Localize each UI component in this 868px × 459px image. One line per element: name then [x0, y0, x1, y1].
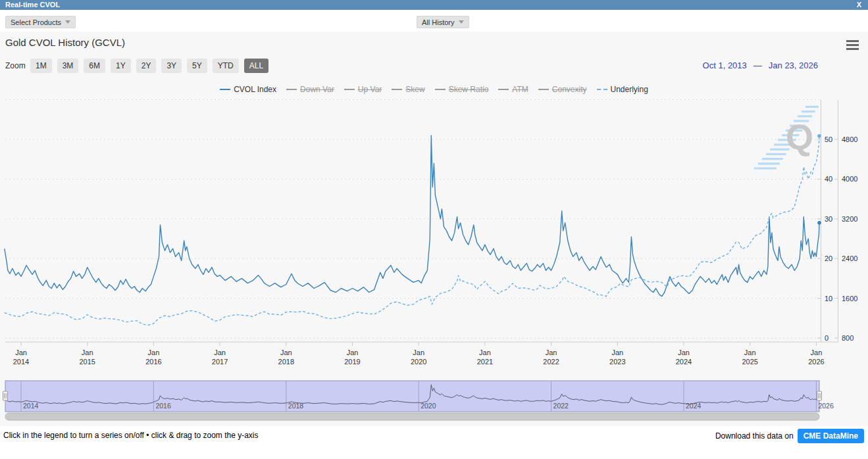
zoom-button-6m[interactable]: 6M: [84, 59, 105, 73]
zoom-button-all[interactable]: ALL: [244, 59, 268, 73]
legend-item-skew-ratio[interactable]: Skew Ratio: [435, 85, 489, 94]
cme-datamine-button[interactable]: CME DataMine: [798, 429, 864, 443]
legend-item-convexity[interactable]: Convexity: [538, 85, 587, 94]
range-selector: Zoom 1M3M6M1Y2Y3Y5YYTDALL Oct 1, 2013 — …: [0, 58, 868, 74]
legend-item-cvol-index[interactable]: CVOL Index: [220, 85, 276, 94]
navigator-left-handle[interactable]: [3, 391, 8, 400]
date-range: Oct 1, 2013 — Jan 23, 2026: [703, 60, 818, 70]
download-text: Download this data on: [715, 431, 794, 441]
toolbar: Select Products All History: [0, 10, 868, 32]
legend-item-label: ATM: [512, 85, 528, 94]
footer: Click in the legend to turn a series on/…: [0, 426, 868, 459]
zoom-button-1y[interactable]: 1Y: [111, 59, 131, 73]
zoom-button-3m[interactable]: 3M: [57, 59, 79, 73]
history-label: All History: [422, 18, 455, 26]
legend-marker: [286, 89, 297, 90]
close-icon[interactable]: X: [857, 1, 861, 9]
legend-item-label: Convexity: [552, 85, 587, 94]
zoom-button-ytd[interactable]: YTD: [213, 59, 239, 73]
legend-hint-text: Click in the legend to turn a series on/…: [3, 431, 259, 440]
legend-item-label: Skew Ratio: [449, 85, 489, 94]
legend-marker: [597, 89, 607, 90]
download-section: Download this data on CME DataMine: [715, 429, 864, 443]
legend-item-underlying[interactable]: Underlying: [597, 85, 648, 94]
legend-marker: [435, 89, 446, 90]
legend: CVOL IndexDown VarUp VarSkewSkew RatioAT…: [0, 83, 868, 96]
chevron-down-icon: [65, 20, 70, 24]
zoom-button-5y[interactable]: 5Y: [187, 59, 207, 73]
window-title: Real-time CVOL: [5, 1, 60, 9]
legend-item-label: Up Var: [358, 85, 382, 94]
chart-area: Gold CVOL History (GCVL) Zoom 1M3M6M1Y2Y…: [0, 32, 868, 426]
legend-marker: [498, 89, 509, 90]
hamburger-menu-icon[interactable]: [846, 40, 859, 50]
legend-item-label: Down Var: [300, 85, 334, 94]
zoom-label: Zoom: [5, 61, 26, 70]
select-products-label: Select Products: [11, 18, 61, 26]
chevron-down-icon: [459, 20, 464, 24]
history-dropdown[interactable]: All History: [417, 16, 469, 28]
legend-item-label: CVOL Index: [234, 85, 276, 94]
date-from[interactable]: Oct 1, 2013: [703, 60, 747, 70]
legend-item-up-var[interactable]: Up Var: [344, 85, 382, 94]
navigator-area[interactable]: [5, 381, 819, 412]
legend-marker: [344, 89, 355, 90]
legend-item-atm[interactable]: ATM: [498, 85, 528, 94]
legend-item-label: Skew: [405, 85, 424, 94]
scrollbar-thumb[interactable]: [5, 413, 819, 420]
zoom-button-2y[interactable]: 2Y: [136, 59, 157, 73]
legend-item-skew[interactable]: Skew: [392, 85, 424, 94]
navigator-right-handle[interactable]: [817, 391, 822, 400]
cvol-widget: Real-time CVOL X Select Products All His…: [0, 0, 868, 459]
chart-title: Gold CVOL History (GCVL): [5, 37, 125, 48]
window-titlebar: Real-time CVOL X: [0, 0, 868, 10]
date-to[interactable]: Jan 23, 2026: [769, 60, 818, 70]
select-products-dropdown[interactable]: Select Products: [5, 16, 76, 28]
zoom-buttons: 1M3M6M1Y2Y3Y5YYTDALL: [30, 59, 268, 73]
legend-item-down-var[interactable]: Down Var: [286, 85, 334, 94]
zoom-button-3y[interactable]: 3Y: [161, 59, 182, 73]
legend-marker: [392, 89, 402, 90]
zoom-button-1m[interactable]: 1M: [30, 59, 52, 73]
date-separator: —: [753, 60, 762, 70]
legend-marker: [220, 89, 230, 90]
legend-marker: [538, 89, 549, 90]
legend-item-label: Underlying: [611, 85, 648, 94]
